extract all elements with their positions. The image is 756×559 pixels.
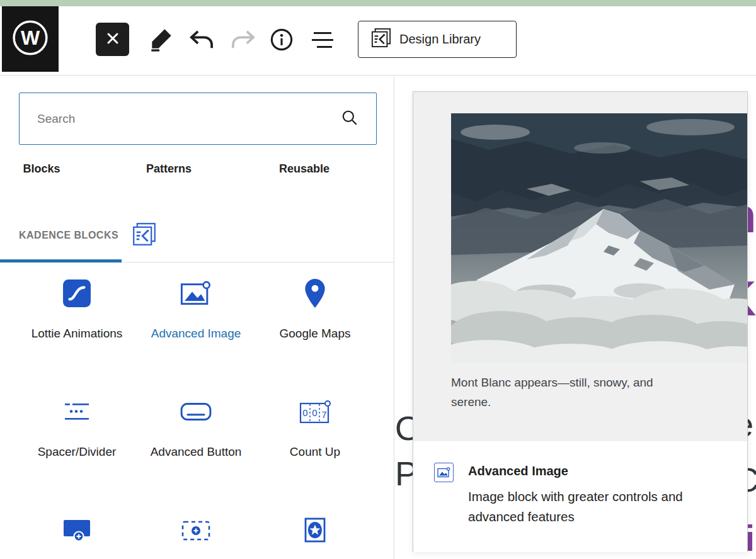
mont-blanc-photo (451, 113, 747, 363)
map-pin-icon (303, 278, 327, 311)
image-caption: Mont Blanc appears—still, snowy, and ser… (451, 373, 683, 412)
block-item-spacer-divider[interactable]: Spacer/Divider (19, 396, 135, 460)
svg-text:W: W (21, 26, 40, 49)
block-description: Image block with greater controls and ad… (468, 487, 735, 527)
list-view-icon (311, 31, 335, 52)
svg-text:0: 0 (302, 407, 307, 418)
editor-canvas: O Pl n K e C i (394, 76, 756, 559)
block-label: Advanced Image (138, 325, 254, 342)
block-item-lottie-animations[interactable]: Lottie Animations (19, 278, 135, 342)
section-title: KADENCE BLOCKS (19, 230, 118, 241)
lottie-icon (62, 279, 91, 310)
count-up-icon: 0 0 7 (299, 399, 331, 427)
advanced-button-icon (180, 402, 212, 424)
kadence-library-icon (371, 28, 391, 51)
search-input[interactable] (37, 112, 341, 126)
redo-arrow-icon (229, 29, 257, 52)
editor-toolbar: W (0, 6, 756, 76)
design-library-label: Design Library (399, 32, 481, 47)
block-preview-area: Mont Blanc appears—still, snowy, and ser… (413, 92, 747, 441)
block-label: Count Up (257, 444, 373, 460)
block-title: Advanced Image (468, 464, 568, 478)
block-item-dashed-frame[interactable] (138, 515, 254, 549)
block-item-advanced-image[interactable]: Advanced Image (138, 278, 254, 342)
block-item-advanced-button[interactable]: Advanced Button (138, 396, 254, 460)
block-label: Google Maps (257, 325, 373, 342)
wordpress-logo[interactable]: W (2, 6, 59, 72)
tab-blocks[interactable]: Blocks (23, 162, 60, 176)
kadence-blocks-icon (132, 222, 156, 249)
edit-mode-button[interactable] (147, 25, 176, 54)
inserter-tabs: Blocks Patterns Reusable (0, 145, 394, 194)
spacer-divider-icon (62, 402, 92, 424)
pencil-icon (149, 26, 174, 54)
block-inserter-panel: Blocks Patterns Reusable KADENCE BLOCKS (0, 76, 394, 559)
svg-text:7: 7 (321, 409, 326, 420)
block-label: Lottie Animations (19, 325, 135, 342)
block-preview-popover: Mont Blanc appears—still, snowy, and ser… (413, 91, 748, 552)
block-label: Spacer/Divider (19, 444, 135, 460)
block-info-footer: Advanced Image Image block with greater … (413, 441, 747, 552)
search-icon (341, 109, 358, 129)
admin-top-strip (0, 0, 756, 6)
advanced-image-icon (434, 463, 454, 482)
svg-text:0: 0 (312, 407, 317, 418)
media-frame-plus-icon (62, 518, 92, 546)
advanced-image-icon (180, 280, 212, 309)
block-item-count-up[interactable]: 0 0 7 Count Up (257, 396, 373, 460)
wordpress-w-icon: W (11, 18, 50, 60)
block-item-media-frame[interactable] (19, 515, 135, 549)
block-label: Advanced Button (138, 444, 254, 460)
star-badge-icon (304, 517, 326, 546)
dashed-frame-plus-icon (181, 521, 210, 543)
block-search[interactable] (19, 93, 377, 145)
undo-button[interactable] (186, 29, 217, 52)
kadence-blocks-section-header: KADENCE BLOCKS (19, 222, 156, 249)
wordpress-block-editor: W (0, 0, 756, 559)
tab-patterns[interactable]: Patterns (146, 162, 192, 176)
close-icon (105, 31, 120, 48)
redo-button[interactable] (228, 29, 258, 52)
active-tab-indicator (0, 259, 122, 263)
info-icon (270, 28, 294, 54)
tab-reusable[interactable]: Reusable (279, 162, 329, 176)
design-library-button[interactable]: Design Library (358, 21, 517, 58)
list-view-button[interactable] (310, 29, 336, 53)
close-inserter-button[interactable] (96, 23, 129, 56)
undo-arrow-icon (188, 29, 215, 52)
block-item-google-maps[interactable]: Google Maps (257, 278, 373, 342)
details-button[interactable] (268, 27, 295, 54)
block-item-icon[interactable] (257, 515, 373, 549)
